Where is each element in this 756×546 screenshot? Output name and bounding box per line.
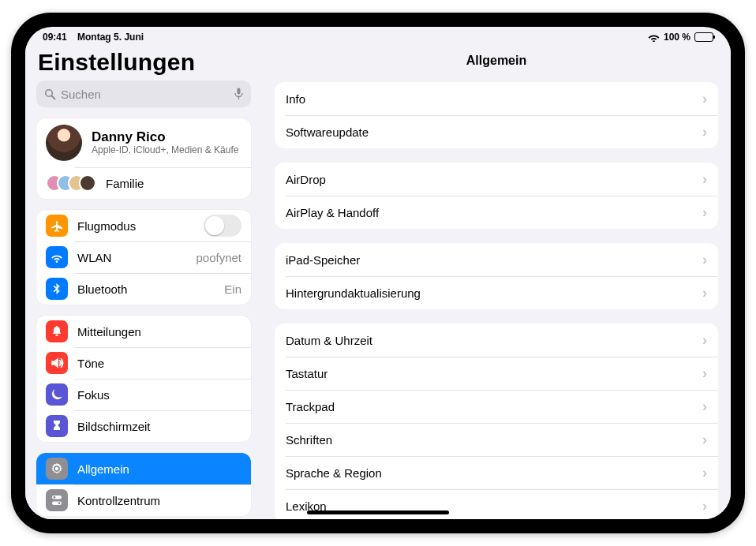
chevron-right-icon: › (702, 286, 707, 300)
keyboard-row[interactable]: Tastatur › (275, 357, 718, 390)
chevron-right-icon: › (702, 205, 707, 219)
airplane-toggle[interactable] (204, 215, 241, 237)
controlcenter-label: Kontrollzentrum (77, 494, 241, 507)
software-update-row[interactable]: Softwareupdate › (275, 115, 718, 148)
status-right: 100 % (648, 32, 713, 43)
controlcenter-row[interactable]: Kontrollzentrum (36, 484, 251, 516)
chevron-right-icon: › (702, 366, 707, 380)
airdrop-group: AirDrop › AirPlay & Handoff › (275, 163, 718, 229)
switches-icon (46, 489, 68, 511)
fonts-row[interactable]: Schriften › (275, 423, 718, 456)
wlan-value: poofynet (189, 251, 241, 264)
input-group: Datum & Uhrzeit › Tastatur › Trackpad › … (275, 323, 718, 519)
svg-point-7 (54, 496, 56, 499)
home-indicator[interactable] (307, 510, 449, 514)
svg-point-8 (58, 502, 61, 504)
apple-id-row[interactable]: Danny Rico Apple-ID, iCloud+, Medien & K… (36, 118, 251, 167)
bluetooth-icon (46, 278, 68, 300)
screen: 09:41 Montag 5. Juni 100 % Einstellungen (25, 27, 731, 519)
bluetooth-row[interactable]: Bluetooth Ein (36, 273, 251, 305)
sounds-label: Töne (77, 357, 241, 370)
background-refresh-row[interactable]: Hintergrundaktualisierung › (275, 276, 718, 309)
storage-group: iPad-Speicher › Hintergrundaktualisierun… (275, 243, 718, 309)
chevron-right-icon: › (702, 252, 707, 267)
airplane-mode-row[interactable]: Flugmodus (36, 210, 251, 241)
airplane-icon (46, 215, 68, 237)
general-row[interactable]: Allgemein (36, 453, 251, 484)
svg-line-1 (52, 95, 55, 99)
airplane-label: Flugmodus (77, 219, 194, 233)
chevron-right-icon: › (702, 92, 707, 106)
status-left: 09:41 Montag 5. Juni (43, 32, 144, 43)
battery-percent: 100 % (664, 32, 691, 43)
focus-row[interactable]: Fokus (36, 379, 251, 410)
speaker-icon (46, 352, 68, 374)
fonts-label: Schriften (286, 433, 696, 447)
chevron-right-icon: › (702, 172, 707, 186)
status-time: 09:41 (43, 32, 67, 43)
search-field[interactable] (36, 80, 251, 107)
avatar (46, 125, 82, 161)
status-bar: 09:41 Montag 5. Juni 100 % (25, 27, 731, 46)
language-label: Sprache & Region (286, 466, 696, 480)
datetime-label: Datum & Uhrzeit (286, 334, 696, 347)
ipad-storage-row[interactable]: iPad-Speicher › (275, 243, 718, 276)
device-frame: 09:41 Montag 5. Juni 100 % Einstellungen (11, 13, 745, 533)
account-card: Danny Rico Apple-ID, iCloud+, Medien & K… (36, 118, 251, 199)
search-input[interactable] (61, 88, 230, 101)
notifications-label: Mitteilungen (77, 325, 241, 338)
moon-icon (46, 383, 68, 406)
sounds-row[interactable]: Töne (36, 347, 251, 379)
about-group: Info › Softwareupdate › (275, 82, 718, 148)
wlan-label: WLAN (77, 251, 180, 264)
settings-sidebar: Einstellungen Danny Rico (25, 46, 262, 519)
chevron-right-icon: › (702, 432, 707, 447)
svg-point-4 (55, 467, 58, 470)
chevron-right-icon: › (702, 125, 707, 139)
airplay-label: AirPlay & Handoff (286, 206, 696, 219)
family-icon (46, 174, 96, 192)
general-label: Allgemein (77, 462, 241, 476)
pane-title: Allgemein (275, 46, 718, 82)
settings-title: Einstellungen (38, 49, 249, 76)
wlan-row[interactable]: WLAN poofynet (36, 241, 251, 273)
battery-icon (694, 32, 713, 42)
family-row[interactable]: Familie (36, 167, 251, 199)
connectivity-group: Flugmodus WLAN poofynet B (36, 210, 251, 305)
gear-icon (46, 458, 68, 480)
family-label: Familie (106, 177, 241, 190)
account-sub: Apple-ID, iCloud+, Medien & Käufe (92, 145, 238, 156)
about-label: Info (286, 92, 696, 106)
notifications-row[interactable]: Mitteilungen (36, 316, 251, 347)
bluetooth-value: Ein (218, 282, 241, 296)
chevron-right-icon: › (702, 399, 707, 413)
chevron-right-icon: › (702, 333, 707, 347)
trackpad-label: Trackpad (286, 400, 696, 413)
hourglass-icon (46, 415, 68, 437)
general-group: Allgemein Kontrollzentrum (36, 453, 251, 516)
keyboard-label: Tastatur (286, 367, 696, 380)
screentime-row[interactable]: Bildschirmzeit (36, 410, 251, 442)
status-date: Montag 5. Juni (77, 32, 144, 43)
airplay-row[interactable]: AirPlay & Handoff › (275, 196, 718, 229)
storage-label: iPad-Speicher (286, 253, 696, 267)
datetime-row[interactable]: Datum & Uhrzeit › (275, 323, 718, 357)
airdrop-row[interactable]: AirDrop › (275, 163, 718, 196)
dictation-icon[interactable] (234, 88, 243, 100)
wifi-settings-icon (46, 246, 68, 268)
about-row[interactable]: Info › (275, 82, 718, 115)
wifi-icon (648, 33, 660, 42)
bluetooth-label: Bluetooth (77, 282, 208, 296)
dictionary-row[interactable]: Lexikon › (275, 489, 718, 519)
language-region-row[interactable]: Sprache & Region › (275, 456, 718, 489)
general-pane: Allgemein Info › Softwareupdate › AirDro… (262, 46, 731, 519)
svg-rect-2 (238, 88, 241, 95)
airdrop-label: AirDrop (286, 173, 696, 186)
notifications-group: Mitteilungen Töne Fokus (36, 316, 251, 442)
focus-label: Fokus (77, 388, 241, 402)
chevron-right-icon: › (702, 466, 707, 480)
trackpad-row[interactable]: Trackpad › (275, 390, 718, 423)
screentime-label: Bildschirmzeit (77, 420, 241, 433)
software-label: Softwareupdate (286, 125, 696, 139)
refresh-label: Hintergrundaktualisierung (286, 286, 696, 300)
